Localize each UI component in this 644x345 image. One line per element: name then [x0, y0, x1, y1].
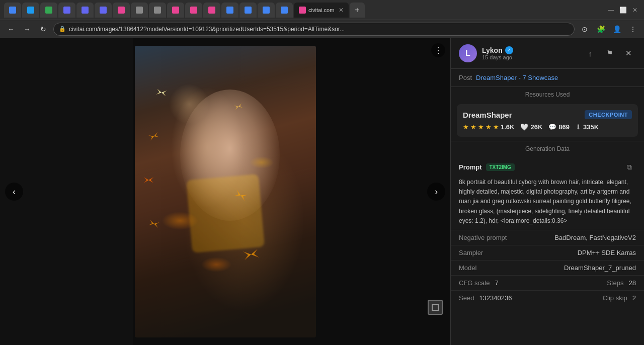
- negative-prompt-value: BadDream, FastNegativeV2: [554, 234, 636, 241]
- username[interactable]: Lykon: [482, 46, 503, 54]
- watermark-inner: [432, 304, 439, 311]
- likes-count: 26K: [530, 123, 542, 131]
- header-actions: ↑ ⚑ ✕: [583, 46, 636, 61]
- minimize-icon[interactable]: —: [606, 5, 616, 15]
- back-button[interactable]: ←: [5, 23, 17, 35]
- nav-bar: ← → ↻ 🔒 civitai.com/images/1386412?model…: [0, 20, 644, 38]
- model-label: Model: [459, 264, 476, 272]
- star-5: ★: [493, 123, 499, 131]
- tab-favicon-9: [154, 7, 161, 14]
- sampler-row: Sampler DPM++ SDE Karras: [451, 245, 644, 260]
- reload-button[interactable]: ↻: [37, 23, 49, 35]
- new-tab-button[interactable]: +: [350, 3, 365, 18]
- avatar[interactable]: L: [459, 44, 477, 62]
- lock-icon: 🔒: [59, 26, 66, 32]
- star-4: ★: [486, 123, 492, 131]
- close-panel-button[interactable]: ✕: [621, 46, 636, 61]
- sampler-value: DPM++ SDE Karras: [578, 249, 636, 256]
- bookmark-icon[interactable]: ⊙: [579, 23, 591, 35]
- browser-tab-active[interactable]: civitai.com ✕: [294, 3, 349, 18]
- resource-name[interactable]: DreamShaper: [463, 111, 512, 119]
- browser-tab-6[interactable]: [95, 3, 112, 18]
- browser-tab-1[interactable]: [4, 3, 21, 18]
- tab-close-icon[interactable]: ✕: [339, 7, 344, 14]
- restore-icon[interactable]: ⬜: [618, 5, 628, 15]
- active-tab-label: civitai.com: [308, 7, 334, 13]
- menu-icon[interactable]: ⋮: [627, 23, 639, 35]
- post-link[interactable]: DreamShaper - 7 Showcase: [476, 74, 558, 81]
- seed-value: 132340236: [479, 294, 512, 302]
- browser-tab-9[interactable]: [149, 3, 166, 18]
- comment-icon: 💬: [548, 123, 556, 131]
- cfg-item: CFG scale 7: [459, 279, 499, 287]
- downloads-count: 335K: [583, 123, 599, 131]
- share-button[interactable]: ↑: [583, 46, 598, 61]
- browser-tab-11[interactable]: [185, 3, 202, 18]
- prompt-header: Prompt TXT2IMG ⧉: [459, 160, 636, 174]
- resources-header: Resources Used: [451, 87, 644, 102]
- verified-badge: ✓: [505, 46, 513, 54]
- generation-data-header: Generation Data: [451, 141, 644, 156]
- tab-favicon-14: [245, 7, 252, 14]
- prompt-title: Prompt: [459, 163, 482, 171]
- resource-name-row: DreamShaper CHECKPOINT: [463, 110, 632, 119]
- post-section: Post DreamShaper - 7 Showcase: [451, 69, 644, 87]
- butterfly-4: [148, 220, 159, 228]
- user-meta: Lykon ✓ 15 days ago: [482, 46, 513, 60]
- clipskip-label: Clip skip: [603, 294, 627, 302]
- prev-image-button[interactable]: ‹: [5, 183, 23, 201]
- url-text: civitai.com/images/1386412?modelVersionI…: [69, 26, 569, 33]
- url-bar[interactable]: 🔒 civitai.com/images/1386412?modelVersio…: [53, 23, 575, 36]
- browser-tab-12[interactable]: [203, 3, 220, 18]
- browser-tab-15[interactable]: [258, 3, 275, 18]
- browser-tab-4[interactable]: [58, 3, 75, 18]
- extensions-icon[interactable]: 🧩: [595, 23, 607, 35]
- tab-favicon-4: [63, 7, 70, 14]
- browser-tab-7[interactable]: [113, 3, 130, 18]
- artwork-image: [135, 46, 316, 337]
- copy-prompt-button[interactable]: ⧉: [623, 160, 636, 174]
- window-controls: — ⬜ ✕: [606, 5, 640, 15]
- likes-stat: 🤍 26K: [520, 123, 542, 131]
- flag-button[interactable]: ⚑: [602, 46, 617, 61]
- info-panel: L Lykon ✓ 15 days ago ↑ ⚑ ✕ Post DreamSh…: [450, 38, 644, 345]
- profile-icon[interactable]: 👤: [611, 23, 623, 35]
- browser-tabs: civitai.com ✕ +: [4, 3, 600, 18]
- tab-favicon-12: [208, 7, 215, 14]
- browser-tab-10[interactable]: [167, 3, 184, 18]
- browser-tab-14[interactable]: [239, 3, 257, 18]
- browser-tab-5[interactable]: [76, 3, 94, 18]
- next-image-button[interactable]: ›: [427, 183, 445, 201]
- download-icon: ⬇: [576, 123, 581, 131]
- sampler-label: Sampler: [459, 249, 483, 256]
- clipskip-value: 2: [632, 294, 636, 302]
- face-overlay: [180, 90, 280, 221]
- forward-button[interactable]: →: [21, 23, 33, 35]
- star-2: ★: [470, 123, 476, 131]
- tab-favicon-1: [9, 7, 16, 14]
- downloads-stat: ⬇ 335K: [576, 123, 599, 131]
- comments-stat: 💬 869: [548, 123, 570, 131]
- prompt-section: Prompt TXT2IMG ⧉ 8k portrait of beautifu…: [451, 156, 644, 230]
- butterfly-2: [156, 89, 167, 96]
- prompt-label-group: Prompt TXT2IMG: [459, 163, 515, 171]
- steps-value: 28: [629, 279, 636, 287]
- tab-favicon-5: [82, 7, 89, 14]
- seed-label: Seed: [459, 294, 474, 302]
- steps-label: Steps: [607, 279, 623, 287]
- gold-decoration: [186, 174, 264, 253]
- heart-icon: 🤍: [520, 123, 528, 131]
- star-1: ★: [463, 123, 469, 131]
- tab-favicon-6: [100, 7, 107, 14]
- browser-tab-8[interactable]: [131, 3, 148, 18]
- browser-tab-2[interactable]: [22, 3, 39, 18]
- close-window-icon[interactable]: ✕: [630, 5, 640, 15]
- browser-tab-13[interactable]: [221, 3, 238, 18]
- comments-count: 869: [558, 123, 570, 131]
- stars-row: ★ ★ ★ ★ ★ 1.6K: [463, 123, 514, 131]
- browser-tab-3[interactable]: [40, 3, 57, 18]
- more-options-button[interactable]: ⋮: [431, 43, 445, 57]
- resource-stats: ★ ★ ★ ★ ★ 1.6K 🤍 26K 💬 869 ⬇ 335K: [463, 123, 632, 131]
- browser-tab-16[interactable]: [276, 3, 293, 18]
- rating-count: 1.6K: [501, 123, 514, 131]
